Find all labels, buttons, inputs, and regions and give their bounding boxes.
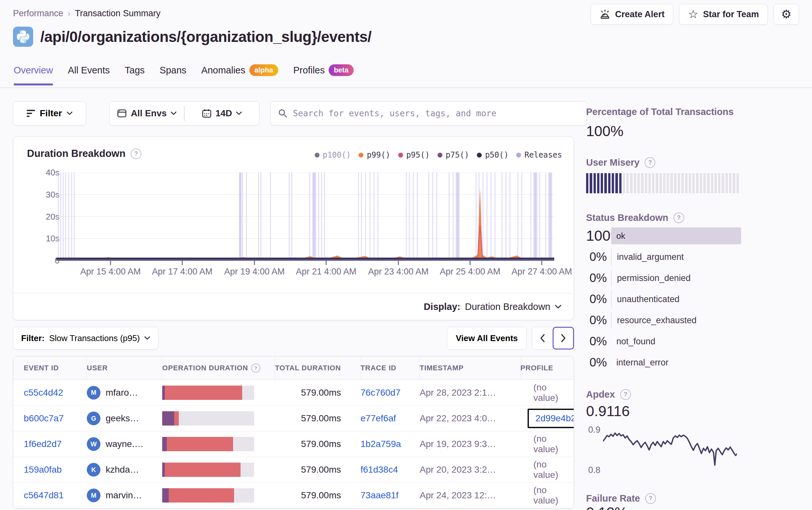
status-percent: 0% <box>586 271 607 285</box>
tab-anomalies[interactable]: Anomaliesalpha <box>201 64 278 86</box>
misery-segment <box>648 173 651 193</box>
tab-label: Tags <box>125 65 145 76</box>
trace-id-link[interactable]: e77ef6af <box>360 413 396 423</box>
legend-dot-icon <box>398 153 403 157</box>
operation-duration-bar[interactable] <box>162 411 254 425</box>
failure-rate-label: Failure Rate <box>586 493 640 504</box>
operation-duration-bar[interactable] <box>162 462 254 477</box>
tab-bar: OverviewAll EventsTagsSpansAnomaliesalph… <box>13 64 354 86</box>
trace-id-link[interactable]: 76c760d7 <box>360 388 401 398</box>
column-header-event-id[interactable]: EVENT ID <box>24 356 87 380</box>
date-range-dropdown[interactable]: 14D <box>185 102 259 125</box>
y-tick-label: 20s <box>28 212 59 222</box>
column-header-user[interactable]: USER <box>87 356 162 380</box>
pagination <box>532 327 574 350</box>
tab-spans[interactable]: Spans <box>160 65 186 85</box>
transactions-filter-dropdown[interactable]: Filter: Slow Transactions (p95) <box>13 327 158 350</box>
star-for-team-button[interactable]: ☆ Star for Team <box>679 4 767 25</box>
chevron-down-icon[interactable] <box>555 305 561 309</box>
column-header-operation-duration[interactable]: OPERATION DURATION? <box>162 356 275 380</box>
legend-item-p50[interactable]: p50() <box>477 150 509 159</box>
event-id-link[interactable]: 1f6ed2d7 <box>24 439 62 449</box>
chevron-right-icon <box>560 334 566 342</box>
misery-segment <box>670 173 672 193</box>
duration-breakdown-chart[interactable] <box>56 173 554 266</box>
legend-label: Releases <box>524 150 562 159</box>
help-icon[interactable]: ? <box>645 157 655 168</box>
table-header: EVENT IDUSEROPERATION DURATION?TOTAL DUR… <box>13 356 574 380</box>
tab-all-events[interactable]: All Events <box>68 65 110 85</box>
failure-rate-heading: Failure Rate ? <box>586 493 656 504</box>
display-label: Display: <box>424 301 460 312</box>
apdex-trend-chart <box>603 424 737 476</box>
python-icon <box>13 27 33 47</box>
search-input[interactable]: Search for events, users, tags, and more <box>270 101 587 125</box>
help-icon[interactable]: ? <box>131 148 141 159</box>
breadcrumb-performance[interactable]: Performance <box>13 8 63 19</box>
create-alert-button[interactable]: Create Alert <box>591 4 673 25</box>
operation-duration-bar[interactable] <box>162 488 254 503</box>
help-icon[interactable]: ? <box>251 363 260 372</box>
tab-profiles[interactable]: Profilesbeta <box>293 64 354 86</box>
chevron-down-icon <box>171 112 176 115</box>
column-header-timestamp[interactable]: TIMESTAMP <box>419 356 520 380</box>
previous-page-button[interactable] <box>532 327 553 350</box>
view-all-events-button[interactable]: View All Events <box>447 327 527 350</box>
filter-dropdown-button[interactable]: Filter <box>13 101 86 125</box>
y-tick-label: 40s <box>28 168 59 178</box>
misery-segment <box>612 173 614 193</box>
legend-item-p99[interactable]: p99() <box>358 150 390 159</box>
bar-segment-p95 <box>169 488 234 503</box>
column-header-trace-id[interactable]: TRACE ID <box>360 356 419 380</box>
avatar: W <box>87 437 100 451</box>
misery-segment <box>667 173 669 193</box>
column-header-total-duration[interactable]: TOTAL DURATION <box>275 356 360 380</box>
operation-duration-bar[interactable] <box>162 437 254 451</box>
trace-id-cell: 1b2a759a <box>360 439 419 449</box>
profile-link[interactable]: 2d99e4b2 <box>535 413 574 424</box>
status-label: invalid_argument <box>612 252 684 262</box>
status-percent: 0% <box>586 356 607 369</box>
page-title: /api/0/organizations/{organization_slug}… <box>40 28 372 46</box>
total-transactions-value: 100% <box>586 123 624 140</box>
settings-button[interactable]: ⚙ <box>774 4 799 25</box>
legend-item-p100[interactable]: p100() <box>315 150 351 159</box>
legend-label: p75() <box>446 150 469 159</box>
legend-item-p95[interactable]: p95() <box>398 150 430 159</box>
column-header-profile[interactable]: PROFILE <box>520 356 574 380</box>
event-id-link[interactable]: c55c4d42 <box>24 388 63 398</box>
user-cell: Mmarvin… <box>87 488 162 502</box>
user-cell: Wwayne.… <box>87 437 162 451</box>
column-header-label: TOTAL DURATION <box>275 364 341 372</box>
event-id-link[interactable]: 159a0fab <box>24 464 62 475</box>
legend-item-Releases[interactable]: Releases <box>516 150 562 159</box>
trace-id-link[interactable]: f61d38c4 <box>360 464 398 475</box>
status-row-invalid_argument: 0%invalid_argument <box>586 248 741 265</box>
tab-overview[interactable]: Overview <box>13 65 53 85</box>
next-page-button[interactable] <box>553 327 574 350</box>
profile-cell: (no value) <box>520 459 574 480</box>
tab-label: Spans <box>160 65 186 76</box>
gear-icon: ⚙ <box>781 8 791 20</box>
environment-dropdown[interactable]: All Envs <box>110 102 184 125</box>
help-icon[interactable]: ? <box>673 212 684 223</box>
operation-duration-bar[interactable] <box>162 386 254 400</box>
event-id-link[interactable]: b600c7a7 <box>24 413 64 423</box>
operation-duration-cell <box>162 488 275 503</box>
help-icon[interactable]: ? <box>620 389 631 400</box>
avatar: K <box>87 463 100 477</box>
trace-id-link[interactable]: 73aae81f <box>360 490 399 500</box>
status-percent: 0% <box>586 313 607 327</box>
chevron-down-icon <box>144 336 150 340</box>
y-tick-label: 0 <box>28 256 59 266</box>
tab-tags[interactable]: Tags <box>125 65 145 85</box>
event-id-link[interactable]: c5647d81 <box>24 490 64 500</box>
transactions-filter-label: Filter: <box>21 333 45 343</box>
display-value-dropdown[interactable]: Duration Breakdown <box>465 301 550 312</box>
legend-item-p75[interactable]: p75() <box>438 150 469 159</box>
help-icon[interactable]: ? <box>645 493 656 504</box>
avatar: M <box>87 488 100 502</box>
trace-id-link[interactable]: 1b2a759a <box>360 439 401 449</box>
apdex-heading: Apdex ? <box>586 389 631 400</box>
misery-segment <box>656 173 658 193</box>
